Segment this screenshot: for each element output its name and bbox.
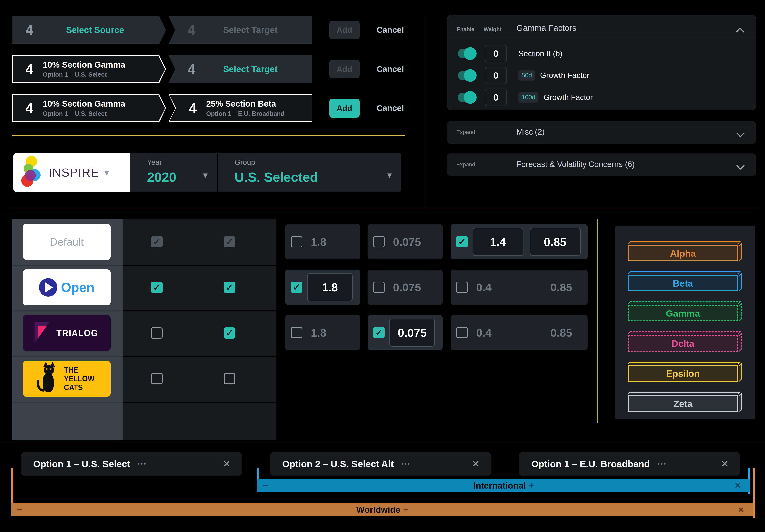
expand-chevron-down-icon[interactable] [736,161,745,170]
value-checkbox[interactable] [291,327,303,338]
target-chevron-3[interactable]: 4 25% Section Beta Option 1 – E.U. Broad… [168,94,313,122]
value-cell-r1c2: 0.075 [368,224,443,259]
value-cell-r2c3: 0.4 0.85 [450,270,588,305]
source-chevron-3[interactable]: 4 10% Section Gamma Option 1 – U.S. Sele… [12,94,166,122]
brand-caret-down-icon: ▾ [104,168,109,178]
legend-item-beta[interactable]: Beta [627,275,743,291]
expand-label: Expand [456,161,475,168]
international-bar[interactable]: − International+ ✕ [257,479,750,492]
value-checkbox[interactable] [291,236,303,248]
value-checkbox[interactable] [456,281,468,293]
cancel-button-1[interactable]: Cancel [369,16,412,44]
weight-input[interactable]: 0 [485,67,507,84]
tab-option2-us-select-alt[interactable]: Option 2 – U.S. Select Alt ••• ✕ [270,452,491,476]
open-label: Open [61,280,95,295]
value-checkbox[interactable]: ✓ [373,327,385,338]
bar-label-wrap: Worldwide+ [11,504,753,515]
collapse-chevron-up-icon[interactable] [736,28,744,36]
group-dropdown[interactable]: Group U.S. Selected ▾ [218,153,401,193]
gamma-row-2: 0 50d Growth Factor [447,66,756,85]
expand-chevron-down-icon[interactable] [736,129,745,137]
worldwide-bar[interactable]: − Worldwide+ ✕ [11,503,753,516]
value-input[interactable]: 1.8 [307,273,353,301]
target-chevron-1[interactable]: 4 Select Target [168,16,313,44]
tab-close-icon[interactable]: ✕ [721,458,729,469]
value-cell-r3c3: 0.4 0.85 [450,315,588,350]
value-checkbox[interactable]: ✓ [291,281,303,293]
add-plus-icon[interactable]: + [526,480,534,491]
cancel-button-2[interactable]: Cancel [369,55,412,83]
legend-label: Gamma [666,308,700,319]
divider-full-1 [6,208,759,208]
value-checkbox[interactable] [456,327,468,338]
checkbox-row1-col2[interactable]: ✓ [224,236,235,248]
year-label: Year [147,158,162,167]
checkbox-row4-col2[interactable] [224,373,235,384]
group-caret-down-icon: ▾ [387,170,392,181]
brand-dropdown[interactable]: INSPIRE ▾ [13,153,130,193]
checkbox-row4-col1[interactable] [151,373,163,384]
forecast-expander[interactable]: Expand Forecast & Volatility Concerns (6… [447,153,756,176]
vendor-open[interactable]: Open [23,269,111,305]
checkbox-row1-col1[interactable]: ✓ [151,236,163,248]
value-text: 0.075 [393,236,421,249]
legend-item-gamma[interactable]: Gamma [627,305,743,321]
enable-column-label: Enable [456,27,474,33]
tab-more-icon[interactable]: ••• [401,460,411,467]
checkbox-row2-col1[interactable]: ✓ [151,282,163,293]
legend-item-zeta[interactable]: Zeta [627,395,743,412]
enable-toggle[interactable] [458,71,475,80]
tab-option1-eu-broadband[interactable]: Option 1 – E.U. Broadband ••• ✕ [519,452,740,476]
add-plus-icon[interactable]: + [400,504,408,515]
legend-item-delta[interactable]: Delta [627,335,743,351]
add-button-1[interactable]: Add [329,21,360,39]
value-input[interactable]: 1.4 [472,228,523,256]
source-chevron-2[interactable]: 4 10% Section Gamma Option 1 – U.S. Sele… [12,55,166,83]
legend-label: Delta [672,338,694,349]
factor-label: Growth Factor [540,71,589,80]
vendor-yellow-cats[interactable]: THE YELLOW CATS [23,361,111,396]
checkbox-row3-col2[interactable]: ✓ [224,327,235,338]
legend-item-alpha[interactable]: Alpha [627,245,743,261]
value-checkbox[interactable] [373,281,385,293]
vendor-trialog[interactable]: TRIALOG [23,315,111,351]
weight-input[interactable]: 0 [485,45,507,62]
target-step-number: 4 [183,61,201,77]
misc-expander[interactable]: Expand Misc (2) [447,121,756,144]
value-checkbox[interactable] [373,236,385,248]
weight-column-label: Weight [484,27,502,33]
tab-more-icon[interactable]: ••• [657,460,667,467]
enable-toggle[interactable] [458,93,475,102]
tab-more-icon[interactable]: ••• [138,460,147,467]
tab-close-icon[interactable]: ✕ [223,458,231,469]
year-dropdown[interactable]: Year 2020 ▾ [130,153,217,193]
value-checkbox[interactable]: ✓ [456,236,468,248]
value-input[interactable]: 0.85 [530,228,580,256]
legend-label: Alpha [670,248,696,259]
source-chevron-1[interactable]: 4 Select Source [12,16,166,44]
legend-panel: Alpha Beta Gamma Delta Epsilon Zeta [615,226,755,419]
cats-line: CATS [64,383,95,392]
enable-toggle[interactable] [458,49,475,58]
legend-item-epsilon[interactable]: Epsilon [627,365,743,382]
worldwide-left-bracket [11,468,13,503]
flow-row-3: 4 10% Section Gamma Option 1 – U.S. Sele… [12,94,422,122]
vendor-default[interactable]: Default [23,224,111,260]
value-cell-r2c1: ✓ 1.8 [285,270,360,305]
value-input[interactable]: 0.075 [389,319,435,346]
tab-option1-us-select[interactable]: Option 1 – U.S. Select ••• ✕ [21,452,242,476]
value-text: 0.4 [476,281,492,294]
checkbox-row2-col2[interactable]: ✓ [224,282,235,293]
tenor-badge: 100d [518,92,538,103]
value-cell-r2c2: 0.075 [368,270,443,305]
black-cat-icon [37,364,61,393]
value-cell-r3c1: 1.8 [285,315,360,350]
cancel-button-3[interactable]: Cancel [369,94,412,122]
weight-input[interactable]: 0 [485,89,507,106]
add-button-3[interactable]: Add [329,99,360,118]
target-chevron-2[interactable]: 4 Select Target [168,55,313,83]
checkbox-row3-col1[interactable] [151,327,163,338]
source-title: 10% Section Gamma [43,99,125,109]
add-button-2[interactable]: Add [329,60,360,79]
tab-close-icon[interactable]: ✕ [472,458,479,469]
